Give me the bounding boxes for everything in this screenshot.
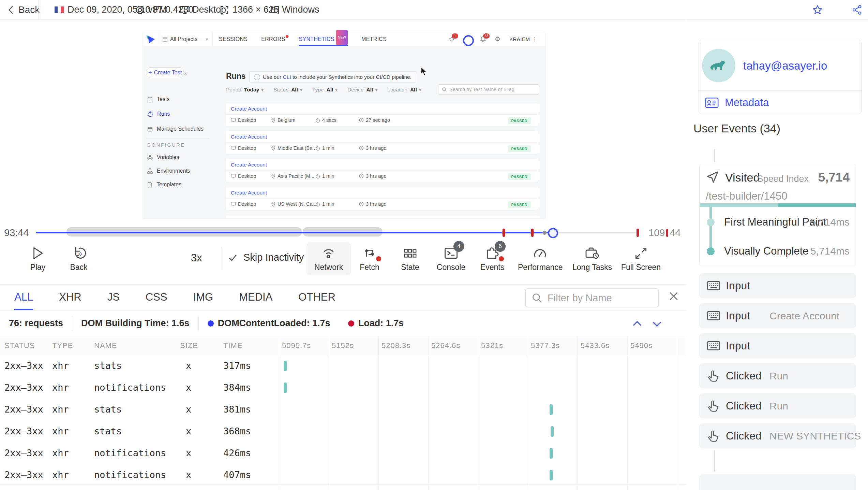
user-card: tahay@asayer.io Metadata xyxy=(699,40,862,114)
metadata-button[interactable]: Metadata xyxy=(705,97,769,109)
request-row[interactable]: 2xx–3xx xhr stats x 368ms xyxy=(0,420,687,442)
favorite-star-icon[interactable] xyxy=(812,4,823,15)
user-event-card-partial[interactable] xyxy=(699,474,856,490)
replayed-username: KRAIEM xyxy=(509,32,530,46)
chevron-down-icon: ▼ xyxy=(205,37,209,42)
state-grid-icon xyxy=(403,247,417,259)
request-row[interactable]: 2xx–3xx xhr notifications x 407ms xyxy=(0,464,687,486)
collapse-down-icon[interactable] xyxy=(650,317,663,330)
user-event-card[interactable]: Clicked Run xyxy=(699,393,856,418)
playback-timeline[interactable]: 93:44 10944 xyxy=(0,224,687,241)
request-status: 2xx–3xx xyxy=(4,377,43,399)
tab-xhr[interactable]: XHR xyxy=(59,285,81,310)
filter: LocationAll▼ xyxy=(387,87,422,93)
performance-panel-button[interactable]: Performance xyxy=(518,245,562,272)
file-code-icon xyxy=(147,182,152,188)
event-label: Clicked xyxy=(726,363,762,388)
request-row[interactable]: 2xx–3xx xhr notifications x 426ms xyxy=(0,442,687,464)
request-name: notifications xyxy=(94,442,166,464)
playback-speed-button[interactable]: 3x xyxy=(191,252,202,264)
request-row[interactable]: 2xx–3xx xhr stats x 317ms xyxy=(0,355,687,377)
user-event-card[interactable]: Input xyxy=(699,273,856,298)
request-time: 384ms xyxy=(223,377,251,399)
play-icon xyxy=(32,246,44,260)
run-meta: Desktop Middle East (Ba... 1 min 3 hrs a… xyxy=(226,142,538,154)
event-connector xyxy=(714,149,715,162)
stat-dot xyxy=(348,320,354,327)
user-event-card[interactable]: Clicked Run xyxy=(699,363,856,388)
windows-icon xyxy=(270,5,280,14)
tab-img[interactable]: IMG xyxy=(193,285,213,310)
briefcase-clock-icon xyxy=(585,246,599,260)
back-10s-button[interactable]: 10 Back xyxy=(57,245,101,272)
replayed-main: Runs76 i Use our CLI to include your Syn… xyxy=(223,46,545,218)
events-panel-button[interactable]: 6 Events xyxy=(470,245,514,272)
monitor-icon xyxy=(231,146,236,150)
fetch-panel-button[interactable]: Fetch xyxy=(347,245,392,272)
tab-all[interactable]: ALL xyxy=(14,285,33,310)
request-status: 2xx–3xx xyxy=(4,464,43,486)
visited-event-card[interactable]: Visited Speed Index 5,714 /test-builder/… xyxy=(699,164,856,266)
run-duration: 1 min xyxy=(315,145,334,151)
stopwatch-icon xyxy=(147,111,153,117)
user-event-card[interactable]: Input Create Account xyxy=(699,303,856,328)
console-panel-button[interactable]: 4 Console xyxy=(429,245,473,272)
user-event-card[interactable]: Input xyxy=(699,333,856,358)
metric-value: 5,714ms xyxy=(810,216,850,228)
filter-input[interactable] xyxy=(547,292,650,304)
share-icon[interactable] xyxy=(852,4,863,15)
filter-by-name-input[interactable] xyxy=(525,288,659,307)
long-tasks-panel-button[interactable]: Long Tasks xyxy=(570,245,614,272)
tab-js[interactable]: JS xyxy=(107,285,120,310)
waterfall-bar xyxy=(550,404,553,415)
event-label: Input xyxy=(726,273,750,298)
svg-text:10: 10 xyxy=(77,251,82,257)
request-row[interactable]: 2xx–3xx xhr notifications x 384ms xyxy=(0,377,687,399)
runs-list: Create Account Desktop Belgium 4 secs xyxy=(226,103,538,218)
state-panel-button[interactable]: State xyxy=(388,245,432,272)
divider xyxy=(39,0,39,19)
expand-icon xyxy=(634,247,647,260)
avatar xyxy=(702,49,735,82)
top-bar: Back Dec 09, 2020, 05:10 PM v87.0.4280 D… xyxy=(0,0,868,20)
user-event-card[interactable]: Clicked NEW SYNTHETICS xyxy=(699,423,856,448)
network-request-rows: 2xx–3xx xhr stats x 317ms 2xx–3xx xhr no… xyxy=(0,355,687,486)
col-size: SIZE xyxy=(180,336,198,355)
status-badge: PASSED xyxy=(508,117,531,124)
close-panel-icon[interactable] xyxy=(668,290,680,302)
keyboard-icon xyxy=(707,279,720,292)
tab-other[interactable]: OTHER xyxy=(298,285,335,310)
request-row[interactable]: 2xx–3xx xhr stats x 381ms xyxy=(0,399,687,420)
run-test-name: Create Account xyxy=(231,218,267,218)
play-button[interactable]: Play xyxy=(16,245,60,272)
divider xyxy=(699,90,861,91)
back-button[interactable]: Back xyxy=(8,0,40,19)
stopwatch-icon xyxy=(315,146,320,151)
collapse-up-icon[interactable] xyxy=(631,317,644,330)
vc-dot xyxy=(707,247,715,255)
summary-stat: DOM Building Time: 1.6s xyxy=(72,316,199,331)
sidebar-item-environments: Environments xyxy=(147,168,190,174)
request-status: 2xx–3xx xyxy=(4,399,43,420)
tab-css[interactable]: CSS xyxy=(146,285,167,310)
location-pin-icon xyxy=(271,174,275,179)
calendar-icon xyxy=(147,126,153,132)
tab-media[interactable]: MEDIA xyxy=(239,285,272,310)
full-screen-button[interactable]: Full Screen xyxy=(619,245,663,272)
country-flag-icon xyxy=(55,6,64,13)
event-label: Clicked xyxy=(726,393,762,418)
run-location: US West (N. Cal... xyxy=(271,201,318,207)
configure-section-label: CONFIGURE xyxy=(147,142,185,148)
playhead-handle[interactable] xyxy=(548,228,558,238)
skip-inactivity-toggle[interactable]: Skip Inactivity xyxy=(228,252,304,263)
fmp-dot xyxy=(707,218,715,226)
tab-sessions: SESSIONS xyxy=(219,32,248,46)
request-size: x xyxy=(186,420,191,442)
monitor-icon xyxy=(180,5,190,14)
request-size: x xyxy=(186,399,191,420)
console-count-badge: 4 xyxy=(453,241,464,252)
network-panel-button[interactable]: Network xyxy=(306,242,351,275)
user-email-link[interactable]: tahay@asayer.io xyxy=(743,59,827,72)
run-card: Create Account Desktop US West (N. Cal..… xyxy=(226,187,538,210)
summary-stat: 76: requests xyxy=(0,316,72,331)
